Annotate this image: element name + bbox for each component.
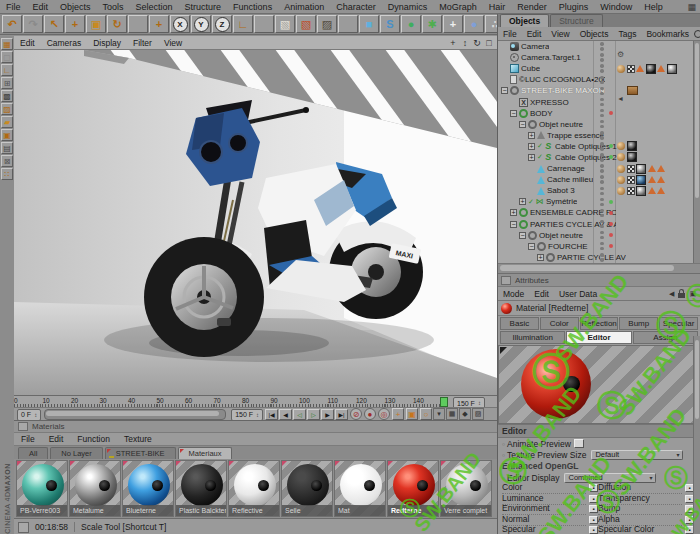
tag-icon[interactable] [627, 165, 635, 173]
visibility-dots[interactable] [595, 98, 609, 107]
menu-item[interactable]: Hair [483, 2, 512, 12]
material-thumbnail[interactable]: Redterne [387, 460, 439, 517]
objects-menu-item[interactable]: Objects [575, 29, 614, 39]
layer-dot[interactable] [609, 178, 613, 182]
layer-tab[interactable]: STREET-BIKE [105, 447, 176, 459]
material-thumbnail[interactable]: Plastic Balckterne [175, 460, 227, 517]
object-name[interactable]: Camera [521, 42, 549, 51]
material-thumbnail[interactable]: Verre complet [440, 460, 492, 517]
editor-section-header[interactable]: Editor [498, 424, 700, 438]
tree-row[interactable]: ✓ Camera.Target.1 [498, 52, 700, 63]
toolbar-button[interactable]: ▨ [317, 15, 337, 33]
tree-row[interactable]: ✓ Objet neutre [498, 230, 700, 241]
visibility-dots[interactable] [595, 253, 609, 262]
range-end-field[interactable]: 150 F↕ [231, 409, 263, 421]
visibility-dots[interactable] [595, 153, 609, 162]
timeline-scrollbar[interactable] [44, 409, 226, 420]
expand-icon[interactable] [537, 254, 544, 261]
texture-preview-size-dropdown[interactable]: Default▾ [591, 450, 683, 460]
attributes-menu-item[interactable]: User Data [554, 289, 602, 299]
object-name[interactable]: BODY [530, 109, 553, 118]
object-name[interactable]: FOURCHE [548, 242, 588, 251]
object-name[interactable]: STREET-BIKE MAXON [521, 86, 605, 95]
tag-icon[interactable] [648, 165, 656, 172]
expand-icon[interactable] [510, 110, 517, 117]
viewport-menu-item[interactable]: View [158, 38, 188, 48]
viewport-menu-item[interactable]: Cameras [41, 38, 87, 48]
tag-icon[interactable] [636, 164, 646, 174]
menu-item[interactable]: Animation [278, 2, 330, 12]
tree-row[interactable]: ✓ Carrenage [498, 163, 700, 174]
expand-icon[interactable] [519, 198, 526, 205]
tree-row[interactable]: ✓ ©LUC CICOGNOLA•2007 [498, 74, 700, 85]
channel-checkbox[interactable] [589, 484, 598, 492]
preview-corner-handle[interactable] [500, 347, 507, 354]
viewport-menu-item[interactable]: Filter [127, 38, 158, 48]
record-button[interactable]: ● [364, 408, 376, 420]
expand-icon[interactable] [528, 176, 535, 183]
visibility-dots[interactable] [595, 220, 609, 229]
menu-item[interactable]: Render [511, 2, 553, 12]
viewport-menu-item[interactable]: Edit [14, 38, 41, 48]
toolbar-button[interactable]: ✱ [422, 15, 442, 33]
mode-button[interactable]: ∟ [1, 64, 13, 76]
visibility-dots[interactable] [595, 231, 609, 240]
visibility-dots[interactable] [595, 131, 609, 140]
record-button[interactable]: ⊘ [350, 408, 362, 420]
visibility-dots[interactable] [595, 120, 609, 129]
mode-button[interactable]: ▰ [1, 116, 13, 128]
tag-icon[interactable] [636, 186, 646, 196]
material-tab[interactable]: Bump [619, 317, 658, 330]
tag-icon[interactable] [636, 65, 644, 72]
panel-grip-icon[interactable] [18, 422, 28, 431]
layer-dot[interactable] [609, 167, 613, 171]
object-name[interactable]: PARTIE CYCLE AV [557, 253, 626, 262]
attributes-title-bar[interactable]: Attributes [498, 274, 700, 287]
tree-row[interactable]: ✓ Cable Optiques 2 [498, 152, 700, 163]
attributes-scrollbar[interactable] [693, 336, 700, 534]
objects-menu-item[interactable]: Bookmarks [641, 29, 694, 39]
mode-button[interactable]: ▦ [1, 38, 13, 50]
tag-icon[interactable] [617, 153, 625, 161]
expand-icon[interactable] [501, 65, 508, 72]
menu-item[interactable]: Tools [97, 2, 130, 12]
mode-button[interactable]: ▩ [1, 90, 13, 102]
tree-row[interactable]: ✓ PARTIE CYCLE AV [498, 252, 700, 263]
current-frame-field[interactable]: 0 F↕ [17, 409, 41, 421]
viewport-menu-item[interactable]: Display [87, 38, 127, 48]
tree-hscrollbar[interactable] [498, 264, 700, 274]
history-back-icon[interactable]: ◀ [669, 290, 674, 298]
panel-grip-icon[interactable] [501, 276, 511, 285]
material-tab[interactable]: Reflection [580, 317, 619, 330]
visibility-dots[interactable] [595, 109, 609, 118]
tag-icon[interactable] [648, 187, 656, 194]
expand-icon[interactable] [510, 209, 517, 216]
object-name[interactable]: Symétrie [546, 197, 578, 206]
tag-icon[interactable] [617, 253, 625, 261]
timeline-ruler[interactable]: 0102030405060708090100110120130140 150 F… [14, 395, 497, 407]
tree-row[interactable]: ✓ FOURCHE [498, 241, 700, 252]
layer-dot[interactable] [609, 244, 613, 248]
material-thumbnail[interactable]: Selle [281, 460, 333, 517]
material-tab[interactable]: Illumination [500, 331, 565, 344]
expand-icon[interactable] [510, 221, 517, 228]
toolbar-button[interactable]: + [149, 15, 169, 33]
transport-button[interactable]: ◀ [279, 409, 292, 420]
toolbar-button[interactable] [128, 15, 148, 33]
layer-dot[interactable] [609, 56, 613, 60]
visibility-dots[interactable] [595, 242, 609, 251]
mode-button[interactable]: ▤ [1, 142, 13, 154]
tag-icon[interactable] [617, 176, 625, 184]
toolbar-button[interactable]: ● [464, 15, 484, 33]
menu-item[interactable]: Edit [27, 2, 55, 12]
visibility-dots[interactable] [595, 87, 609, 96]
tag-icon[interactable] [617, 142, 625, 150]
menu-item[interactable]: Window [594, 2, 638, 12]
tag-icon[interactable] [617, 87, 625, 95]
tag-icon[interactable] [648, 176, 656, 183]
expand-icon[interactable] [528, 187, 535, 194]
transport-button[interactable]: ◁ [293, 409, 306, 420]
tag-icon[interactable] [627, 141, 637, 151]
animate-preview-checkbox[interactable] [574, 439, 584, 448]
menu-item[interactable]: Plugins [553, 2, 595, 12]
